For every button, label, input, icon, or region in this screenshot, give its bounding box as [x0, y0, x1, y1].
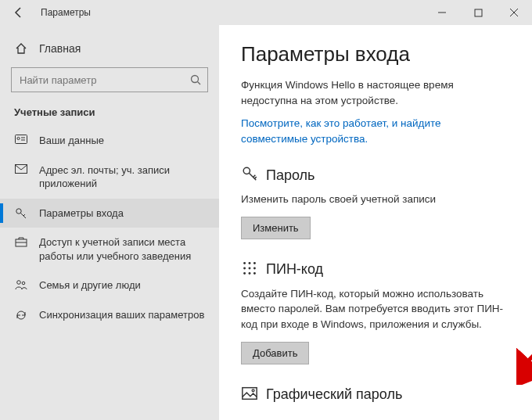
add-pin-button[interactable]: Добавить	[241, 342, 309, 364]
svg-point-30	[252, 389, 254, 391]
sidebar-item-label: Ваши данные	[39, 134, 104, 148]
change-password-button[interactable]: Изменить	[241, 217, 311, 239]
sync-icon	[14, 308, 28, 321]
password-desc: Изменить пароль своей учетной записи	[241, 192, 510, 207]
svg-point-15	[22, 282, 25, 285]
sidebar-item-label: Доступ к учетной записи места работы или…	[39, 235, 208, 263]
hello-learn-more-link[interactable]: Посмотрите, как это работает, и найдите …	[241, 116, 510, 146]
svg-point-21	[249, 262, 251, 264]
picture-icon	[241, 385, 258, 405]
svg-point-14	[17, 281, 21, 285]
window-title: Параметры	[38, 7, 91, 18]
sidebar-item-label: Адрес эл. почты; уч. записи приложений	[39, 163, 208, 191]
svg-point-25	[253, 267, 256, 269]
id-icon	[14, 134, 28, 144]
svg-point-16	[243, 167, 250, 174]
svg-line-11	[23, 214, 25, 216]
sidebar-group-header: Учетные записи	[0, 102, 219, 126]
window-titlebar: Параметры	[0, 0, 532, 25]
svg-rect-1	[475, 9, 482, 16]
svg-point-20	[243, 262, 246, 264]
maximize-button[interactable]	[460, 0, 496, 25]
password-section: Пароль Изменить пароль своей учетной зап…	[241, 165, 510, 239]
content-panel: Параметры входа Функция Windows Hello в …	[219, 25, 532, 420]
search-input[interactable]	[12, 74, 184, 86]
home-label: Главная	[39, 42, 81, 55]
people-icon	[14, 278, 28, 290]
svg-point-5	[17, 137, 20, 139]
home-icon	[14, 42, 28, 55]
svg-point-24	[249, 267, 251, 269]
key-icon	[241, 165, 258, 185]
minimize-button[interactable]	[424, 0, 460, 25]
svg-point-9	[16, 208, 21, 213]
svg-point-2	[192, 76, 199, 83]
sidebar-item-sync[interactable]: Синхронизация ваших параметров	[0, 300, 219, 330]
svg-point-22	[253, 262, 256, 264]
annotation-arrow	[516, 291, 532, 385]
svg-point-23	[243, 267, 246, 269]
pin-section: ПИН-код Создайте ПИН-код, который можно …	[241, 260, 510, 364]
sidebar-item-your-info[interactable]: Ваши данные	[0, 126, 219, 156]
sidebar-item-work-access[interactable]: Доступ к учетной записи места работы или…	[0, 228, 219, 271]
password-title: Пароль	[266, 167, 315, 184]
mail-icon	[14, 163, 28, 174]
svg-point-27	[249, 272, 251, 275]
svg-line-18	[253, 175, 256, 178]
svg-line-19	[254, 177, 256, 178]
sidebar-item-signin-options[interactable]: Параметры входа	[0, 199, 219, 228]
back-button[interactable]	[0, 0, 38, 25]
sidebar-item-email-accounts[interactable]: Адрес эл. почты; уч. записи приложений	[0, 156, 219, 199]
picture-password-section: Графический пароль	[241, 385, 510, 405]
briefcase-icon	[14, 235, 28, 247]
sidebar-item-family[interactable]: Семья и другие люди	[0, 271, 219, 300]
hello-unavailable-text: Функция Windows Hello в настоящее время …	[241, 77, 510, 108]
sidebar-item-label: Синхронизация ваших параметров	[39, 308, 204, 322]
svg-point-28	[253, 272, 256, 275]
svg-rect-8	[16, 164, 27, 173]
keypad-icon	[241, 260, 258, 280]
svg-rect-29	[243, 387, 257, 399]
key-icon	[14, 206, 28, 220]
svg-point-26	[243, 272, 246, 275]
search-icon	[184, 74, 207, 85]
home-link[interactable]: Главная	[0, 33, 219, 64]
search-box[interactable]	[11, 67, 208, 92]
pin-title: ПИН-код	[266, 261, 323, 278]
sidebar-item-label: Семья и другие люди	[39, 278, 141, 293]
pin-desc: Создайте ПИН-код, который можно использо…	[241, 286, 510, 332]
sidebar: Главная Учетные записи Ваши данные Адрес…	[0, 25, 219, 420]
picture-password-title: Графический пароль	[266, 386, 402, 403]
svg-line-3	[198, 82, 201, 85]
sidebar-item-label: Параметры входа	[39, 206, 124, 221]
page-title: Параметры входа	[241, 42, 510, 66]
close-button[interactable]	[496, 0, 532, 25]
